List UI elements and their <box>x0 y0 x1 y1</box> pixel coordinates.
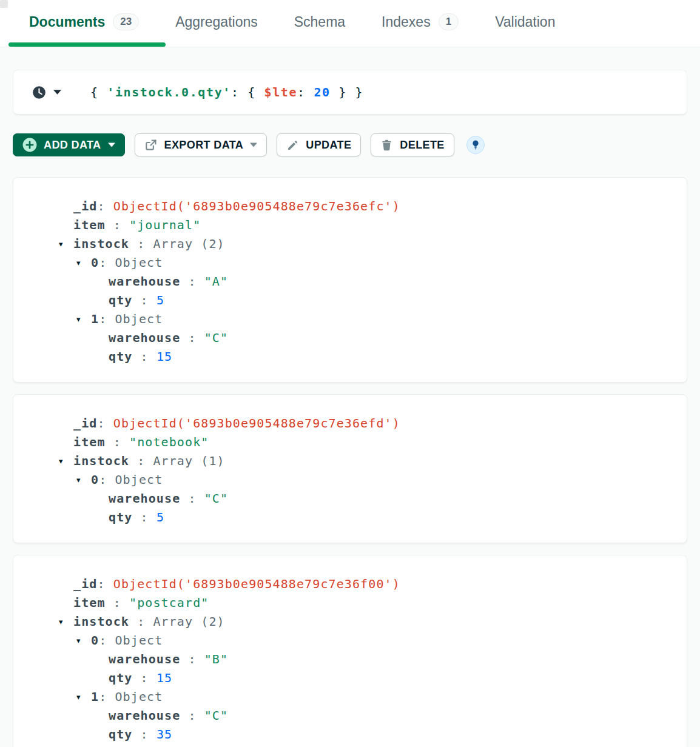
field-row-_id[interactable]: _id: ObjectId('6893b0e905488e79c7e36efc'… <box>13 197 687 216</box>
field-row-instock[interactable]: ▾instock : Array (1) <box>13 452 687 471</box>
field-key[interactable]: 1 <box>91 312 99 326</box>
field-key[interactable]: 0 <box>91 633 99 648</box>
collapse-caret-icon[interactable]: ▾ <box>59 452 73 471</box>
field-key[interactable]: _id <box>73 577 97 591</box>
field-row-_id[interactable]: _id: ObjectId('6893b0e905488e79c7e36f00'… <box>13 575 687 594</box>
field-separator: : <box>180 330 204 345</box>
field-row-0[interactable]: ▾0: Object <box>13 631 687 650</box>
field-key[interactable]: _id <box>73 199 97 213</box>
field-value[interactable]: 35 <box>156 727 172 742</box>
field-key[interactable]: qty <box>109 349 132 364</box>
field-row-warehouse[interactable]: warehouse : "C" <box>13 706 687 725</box>
field-value[interactable]: 15 <box>156 671 172 685</box>
export-data-button[interactable]: EXPORT DATA <box>135 133 268 156</box>
field-key[interactable]: instock <box>73 236 129 251</box>
field-value[interactable]: "C" <box>204 708 228 723</box>
field-value[interactable]: Array (1) <box>153 454 224 468</box>
collapse-caret-icon[interactable]: ▾ <box>76 471 91 489</box>
update-button[interactable]: UPDATE <box>277 133 361 156</box>
field-value[interactable]: Object <box>115 689 163 704</box>
field-key[interactable]: instock <box>73 454 129 468</box>
collapse-caret-icon[interactable]: ▾ <box>59 235 73 253</box>
add-data-label: ADD DATA <box>44 139 101 152</box>
field-row-qty[interactable]: qty : 35 <box>13 725 687 744</box>
field-key[interactable]: warehouse <box>109 491 180 506</box>
field-value[interactable]: "C" <box>204 491 228 506</box>
tab-aggregations[interactable]: Aggregations <box>175 14 258 30</box>
field-key[interactable]: 1 <box>91 689 99 704</box>
field-row-qty[interactable]: qty : 5 <box>13 291 687 310</box>
field-value[interactable]: Object <box>115 255 163 270</box>
field-row-instock[interactable]: ▾instock : Array (2) <box>13 235 687 253</box>
tab-documents[interactable]: Documents 23 <box>29 13 139 30</box>
field-row-qty[interactable]: qty : 5 <box>13 508 687 527</box>
field-value[interactable]: ObjectId('6893b0e905488e79c7e36f00') <box>113 577 400 591</box>
add-data-button[interactable]: ADD DATA <box>13 133 125 156</box>
field-row-1[interactable]: ▾1: Object <box>13 688 687 706</box>
tab-indexes[interactable]: Indexes 1 <box>382 13 459 30</box>
field-row-item[interactable]: item : "notebook" <box>13 433 687 452</box>
field-row-instock[interactable]: ▾instock : Array (2) <box>13 612 687 631</box>
field-key[interactable]: 0 <box>91 472 99 487</box>
field-row-0[interactable]: ▾0: Object <box>13 471 687 489</box>
field-key[interactable]: _id <box>73 416 97 430</box>
field-key[interactable]: qty <box>109 510 132 524</box>
field-key[interactable]: item <box>73 218 106 232</box>
field-value[interactable]: "postcard" <box>129 595 209 610</box>
field-separator: : <box>106 595 129 610</box>
field-value[interactable]: 5 <box>156 510 164 524</box>
field-row-item[interactable]: item : "journal" <box>13 216 687 235</box>
field-row-qty[interactable]: qty : 15 <box>13 669 687 688</box>
collapse-caret-icon[interactable]: ▾ <box>59 612 73 631</box>
field-row-warehouse[interactable]: warehouse : "C" <box>13 489 687 508</box>
field-value[interactable]: "journal" <box>129 218 201 232</box>
tab-validation[interactable]: Validation <box>495 14 555 30</box>
collapse-caret-icon[interactable]: ▾ <box>76 310 91 329</box>
field-key[interactable]: qty <box>109 671 132 685</box>
field-key[interactable]: item <box>73 435 106 449</box>
delete-button[interactable]: DELETE <box>371 133 454 156</box>
field-row-warehouse[interactable]: warehouse : "A" <box>13 272 687 291</box>
field-value[interactable]: 5 <box>156 293 164 307</box>
query-text[interactable]: { 'instock.0.qty': { $lte: 20 } } <box>90 85 363 99</box>
plus-circle-icon <box>22 138 37 152</box>
field-value[interactable]: Array (2) <box>153 236 224 251</box>
field-row-item[interactable]: item : "postcard" <box>13 594 687 612</box>
field-row-warehouse[interactable]: warehouse : "B" <box>13 650 687 669</box>
field-key[interactable]: qty <box>109 293 132 307</box>
field-row-0[interactable]: ▾0: Object <box>13 253 687 272</box>
field-value[interactable]: ObjectId('6893b0e905488e79c7e36efc') <box>113 199 400 213</box>
field-row-qty[interactable]: qty : 15 <box>13 347 687 366</box>
field-row-1[interactable]: ▾1: Object <box>13 310 687 329</box>
field-key[interactable]: instock <box>73 614 129 629</box>
tab-schema[interactable]: Schema <box>294 14 345 30</box>
document-list: _id: ObjectId('6893b0e905488e79c7e36efc'… <box>13 177 687 747</box>
field-value[interactable]: 15 <box>156 349 172 364</box>
field-value[interactable]: ObjectId('6893b0e905488e79c7e36efd') <box>113 416 400 430</box>
field-key[interactable]: item <box>73 595 106 610</box>
field-value[interactable]: Object <box>115 312 163 326</box>
query-history-dropdown[interactable] <box>32 85 61 99</box>
field-key[interactable]: warehouse <box>109 274 180 289</box>
insights-button[interactable] <box>466 136 485 154</box>
field-key[interactable]: warehouse <box>109 708 180 723</box>
field-row-_id[interactable]: _id: ObjectId('6893b0e905488e79c7e36efd'… <box>13 414 687 433</box>
field-key[interactable]: warehouse <box>109 330 180 345</box>
field-separator: : <box>180 652 204 666</box>
field-value[interactable]: "A" <box>204 274 228 289</box>
field-value[interactable]: Array (2) <box>153 614 224 629</box>
collapse-caret-icon[interactable]: ▾ <box>76 631 91 650</box>
field-key[interactable]: warehouse <box>109 652 180 666</box>
collapse-caret-icon[interactable]: ▾ <box>76 253 91 272</box>
field-value[interactable]: "B" <box>204 652 228 666</box>
field-key[interactable]: 0 <box>91 255 99 270</box>
collapse-caret-icon[interactable]: ▾ <box>76 688 91 706</box>
field-key[interactable]: qty <box>109 727 132 742</box>
field-value[interactable]: Object <box>115 472 163 487</box>
scroll-corner <box>0 0 8 8</box>
field-value[interactable]: Object <box>115 633 163 648</box>
field-value[interactable]: "C" <box>204 330 228 345</box>
query-bar[interactable]: { 'instock.0.qty': { $lte: 20 } } <box>13 70 687 115</box>
field-row-warehouse[interactable]: warehouse : "C" <box>13 329 687 347</box>
field-value[interactable]: "notebook" <box>129 435 209 449</box>
